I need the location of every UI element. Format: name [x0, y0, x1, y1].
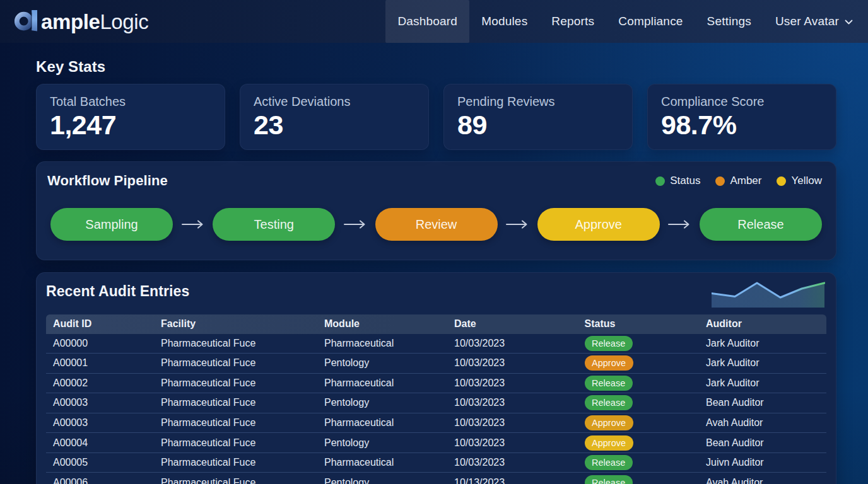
legend-item: Status: [655, 175, 700, 187]
legend-dot-icon: [655, 176, 665, 186]
cell-audit-id: A00003: [46, 397, 154, 408]
cell-auditor: Bean Auditor: [699, 437, 826, 449]
nav-item-settings[interactable]: Settings: [695, 0, 763, 43]
column-header[interactable]: Auditor: [699, 318, 826, 330]
cell-status: Release: [578, 475, 700, 484]
stage-arrow-icon: [498, 220, 537, 229]
nav-item-reports[interactable]: Reports: [539, 0, 606, 43]
cell-status: Approve: [578, 415, 700, 430]
column-header[interactable]: Status: [578, 318, 700, 330]
cell-auditor: Juivn Auditor: [699, 457, 826, 468]
cell-status: Approve: [578, 435, 700, 451]
brand-logo[interactable]: ampleLogic: [15, 11, 148, 32]
cell-auditor: Jark Auditor: [699, 357, 826, 369]
cell-module: Pentology: [317, 397, 447, 408]
cell-auditor: Bean Auditor: [699, 397, 826, 408]
cell-status: Release: [578, 395, 700, 410]
column-header[interactable]: Audit ID: [46, 318, 154, 330]
audit-trend-sparkline: [712, 280, 825, 308]
pipeline-legend: Status Amber Yellow: [655, 175, 822, 187]
legend-label: Yellow: [791, 175, 822, 187]
cell-facility: Pharmaceutical Fuce: [154, 377, 317, 389]
cell-date: 10/03/2023: [447, 437, 578, 449]
table-row[interactable]: A00001 Pharmaceutical Fuce Pentology 10/…: [46, 354, 826, 374]
status-badge: Release: [585, 336, 633, 351]
cell-date: 10/03/2023: [447, 417, 578, 429]
stat-card: Compliance Score 98.7%: [647, 84, 836, 150]
legend-dot-icon: [777, 176, 786, 186]
status-badge: Release: [585, 376, 633, 391]
table-row[interactable]: A00006 Pharmaceutical Fuce Pentology 10/…: [46, 473, 826, 484]
stat-card-value: 89: [457, 112, 619, 139]
cell-date: 10/03/2023: [447, 397, 578, 408]
pipeline-stage[interactable]: Sampling: [50, 208, 173, 241]
column-header[interactable]: Module: [317, 318, 447, 330]
column-header[interactable]: Date: [447, 318, 578, 330]
table-row[interactable]: A00004 Pharmaceutical Fuce Pentology 10/…: [46, 433, 826, 453]
cell-facility: Pharmaceutical Fuce: [154, 397, 317, 408]
cell-facility: Pharmaceutical Fuce: [154, 338, 317, 349]
cell-date: 10/03/2023: [447, 338, 578, 349]
cell-status: Release: [578, 376, 700, 391]
pipeline-stage[interactable]: Approve: [537, 208, 660, 241]
cell-facility: Pharmaceutical Fuce: [154, 457, 317, 468]
cell-auditor: Avah Auditor: [699, 477, 826, 484]
audit-table-body: A00000 Pharmaceutical Fuce Pharmaceutica…: [46, 334, 826, 484]
stat-card-value: 23: [254, 112, 415, 139]
cell-auditor: Avah Auditor: [699, 417, 826, 429]
cell-module: Pentology: [317, 477, 447, 484]
cell-module: Pharmaceutical: [317, 338, 447, 349]
stat-card-label: Active Deviations: [254, 94, 415, 110]
workflow-pipeline-panel: Workflow Pipeline Status Amber Yellow: [36, 161, 836, 260]
main-nav: DashboardModulesReportsComplianceSetting…: [385, 0, 853, 43]
table-row[interactable]: A00000 Pharmaceutical Fuce Pharmaceutica…: [46, 334, 826, 354]
cell-status: Release: [578, 336, 700, 351]
brand-name-light: Logic: [100, 10, 148, 33]
status-badge: Approve: [585, 435, 633, 451]
nav-item-compliance[interactable]: Compliance: [606, 0, 695, 43]
key-stats-cards: Total Batches 1,247 Active Deviations 23…: [36, 84, 836, 150]
cell-facility: Pharmaceutical Fuce: [154, 437, 317, 449]
table-row[interactable]: A00003 Pharmaceutical Fuce Pentology 10/…: [46, 393, 826, 413]
cell-auditor: Jark Auditor: [699, 338, 826, 349]
cell-status: Release: [578, 455, 700, 470]
audit-table: Audit IDFacilityModuleDateStatusAuditor …: [46, 314, 826, 484]
cell-auditor: Jark Auditor: [699, 377, 826, 389]
status-badge: Approve: [585, 355, 633, 371]
column-header[interactable]: Facility: [154, 318, 317, 330]
stat-card: Pending Reviews 89: [443, 84, 633, 150]
stat-card-value: 1,247: [50, 112, 211, 139]
legend-label: Status: [670, 175, 700, 187]
cell-facility: Pharmaceutical Fuce: [154, 417, 317, 429]
pipeline-stage[interactable]: Release: [700, 208, 822, 241]
key-stats-heading: Key Stats: [36, 58, 836, 76]
stat-card-label: Pending Reviews: [457, 94, 619, 110]
cell-module: Pentology: [317, 437, 447, 449]
top-navbar: ampleLogic DashboardModulesReportsCompli…: [0, 0, 868, 43]
stage-arrow-icon: [335, 220, 375, 229]
stat-card-label: Total Batches: [50, 94, 211, 110]
cell-date: 10/13/2023: [447, 477, 578, 484]
cell-audit-id: A00005: [46, 457, 154, 468]
cell-date: 10/03/2023: [447, 357, 578, 369]
table-row[interactable]: A00002 Pharmaceutical Fuce Pharmaceutica…: [46, 374, 826, 394]
workflow-pipeline-heading: Workflow Pipeline: [47, 173, 168, 189]
pipeline-stage[interactable]: Testing: [213, 208, 335, 241]
cell-audit-id: A00006: [46, 477, 154, 484]
user-avatar-menu[interactable]: User Avatar: [763, 0, 853, 43]
cell-date: 10/03/2023: [447, 377, 578, 389]
cell-module: Pentology: [317, 357, 447, 369]
pipeline-stage[interactable]: Review: [375, 208, 498, 241]
nav-item-dashboard[interactable]: Dashboard: [385, 0, 469, 43]
table-row[interactable]: A00003 Pharmaceutical Fuce Pharmaceutica…: [46, 413, 826, 434]
recent-audit-panel: Recent Audit Entries Audit IDFa: [36, 272, 836, 484]
table-row[interactable]: A00005 Pharmaceutical Fuce Pharmaceutica…: [46, 453, 826, 473]
chevron-down-icon: [845, 20, 853, 25]
stat-card-label: Compliance Score: [661, 94, 823, 110]
nav-item-modules[interactable]: Modules: [469, 0, 539, 43]
stat-card-value: 98.7%: [661, 112, 823, 139]
cell-audit-id: A00003: [46, 417, 154, 429]
stage-arrow-icon: [173, 220, 213, 229]
cell-module: Pharmaceutical: [317, 417, 447, 429]
status-badge: Release: [585, 455, 633, 470]
